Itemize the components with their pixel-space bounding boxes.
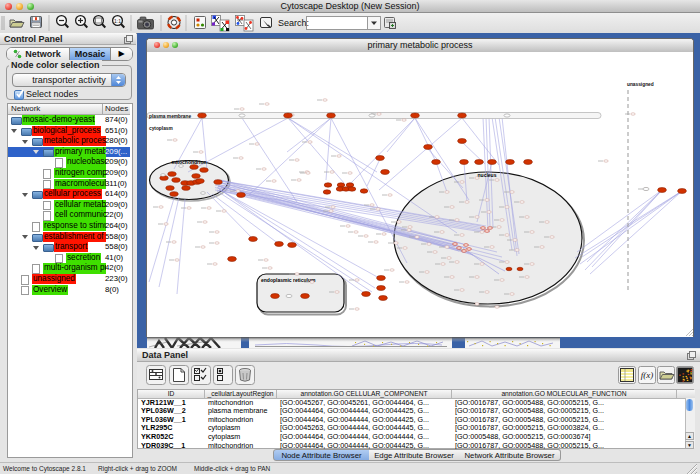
svg-text:cytoplasm: cytoplasm bbox=[149, 126, 173, 131]
svg-text:1:1: 1:1 bbox=[114, 18, 121, 24]
svg-text:unassigned: unassigned bbox=[627, 82, 654, 87]
svg-text:f(x): f(x) bbox=[641, 370, 654, 380]
svg-text:mitochondrion: mitochondrion bbox=[172, 159, 207, 165]
svg-text:plasma membrane: plasma membrane bbox=[149, 114, 191, 119]
svg-text:nucleus: nucleus bbox=[478, 172, 497, 178]
